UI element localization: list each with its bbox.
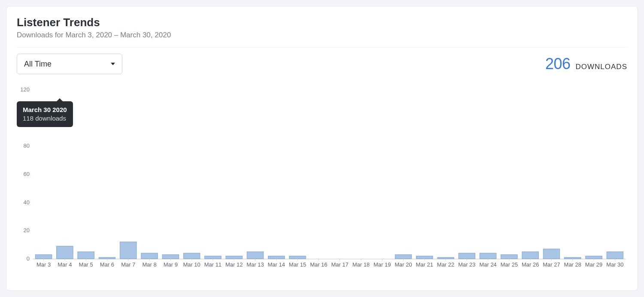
chart-bar[interactable] [226, 256, 242, 259]
dropdown-selected-label: All Time [24, 60, 52, 69]
y-tick-label: 40 [24, 199, 30, 206]
totals: 206 DOWNLOADS [545, 55, 627, 73]
chart-bar[interactable] [289, 256, 306, 259]
totals-label: DOWNLOADS [576, 63, 627, 71]
listener-trends-card: Listener Trends Downloads for March 3, 2… [6, 6, 638, 291]
x-tick-label: Mar 28 [564, 261, 581, 268]
x-tick-label: Mar 15 [289, 261, 306, 268]
chart-bar[interactable] [120, 242, 137, 259]
chart-bar[interactable] [565, 258, 581, 259]
chart-bar[interactable] [35, 255, 52, 259]
y-tick-label: 120 [20, 86, 30, 93]
x-tick-label: Mar 25 [501, 261, 518, 268]
x-tick-label: Mar 21 [416, 261, 433, 268]
x-tick-label: Mar 20 [395, 261, 412, 268]
x-tick-label: Mar 6 [100, 261, 114, 268]
chart-bar[interactable] [543, 249, 559, 259]
x-tick-label: Mar 4 [58, 261, 72, 268]
x-tick-label: Mar 10 [183, 261, 200, 268]
downloads-bar-chart[interactable]: 020406080100120Mar 3Mar 4Mar 5Mar 6Mar 7… [17, 86, 627, 272]
time-range-dropdown[interactable]: All Time [17, 54, 122, 74]
x-tick-label: Mar 13 [246, 261, 264, 268]
totals-value: 206 [545, 55, 571, 73]
y-tick-label: 60 [24, 171, 30, 177]
chart-bar[interactable] [78, 252, 94, 259]
chart-bar[interactable] [99, 258, 115, 259]
chart-bar[interactable] [183, 253, 200, 259]
x-tick-label: Mar 7 [121, 261, 135, 268]
chart-bar[interactable] [162, 255, 179, 259]
chevron-down-icon [111, 63, 115, 65]
divider [17, 47, 627, 48]
chart-bar[interactable] [268, 256, 285, 259]
x-tick-label: Mar 19 [374, 261, 391, 268]
controls-row: All Time 206 DOWNLOADS [17, 54, 627, 74]
x-tick-label: Mar 18 [352, 261, 370, 268]
x-tick-label: Mar 17 [331, 261, 348, 268]
x-tick-label: Mar 3 [36, 261, 51, 268]
chart-bar[interactable] [607, 252, 623, 259]
x-tick-label: Mar 23 [458, 261, 475, 268]
chart-bar[interactable] [141, 253, 158, 259]
chart-area: 020406080100120Mar 3Mar 4Mar 5Mar 6Mar 7… [17, 86, 627, 272]
x-tick-label: Mar 30 [606, 261, 623, 268]
y-tick-label: 0 [27, 255, 30, 262]
x-tick-label: Mar 29 [585, 261, 602, 268]
y-tick-label: 80 [24, 142, 30, 149]
chart-bar[interactable] [586, 256, 602, 259]
chart-bar[interactable] [480, 253, 496, 259]
card-subtitle: Downloads for March 3, 2020 – March 30, … [17, 31, 627, 39]
chart-bar[interactable] [395, 255, 411, 259]
chart-bar[interactable] [437, 258, 454, 259]
card-title: Listener Trends [17, 16, 627, 29]
x-tick-label: Mar 9 [164, 261, 178, 268]
chart-bar[interactable] [416, 256, 433, 259]
y-tick-label: 100 [20, 115, 30, 121]
x-tick-label: Mar 12 [225, 261, 243, 268]
x-tick-label: Mar 5 [79, 261, 93, 268]
y-tick-label: 20 [24, 227, 30, 233]
chart-bar[interactable] [501, 255, 517, 259]
chart-bar[interactable] [247, 252, 263, 259]
x-tick-label: Mar 27 [543, 261, 560, 268]
x-tick-label: Mar 11 [204, 261, 222, 268]
x-tick-label: Mar 26 [522, 261, 539, 268]
x-tick-label: Mar 8 [142, 261, 156, 268]
chart-bar[interactable] [205, 256, 221, 259]
chart-bar[interactable] [522, 252, 538, 259]
x-tick-label: Mar 16 [310, 261, 327, 268]
chart-bar[interactable] [459, 253, 475, 259]
x-tick-label: Mar 24 [479, 261, 496, 268]
x-tick-label: Mar 14 [268, 261, 285, 268]
x-tick-label: Mar 22 [437, 261, 454, 268]
chart-bar[interactable] [57, 246, 73, 259]
